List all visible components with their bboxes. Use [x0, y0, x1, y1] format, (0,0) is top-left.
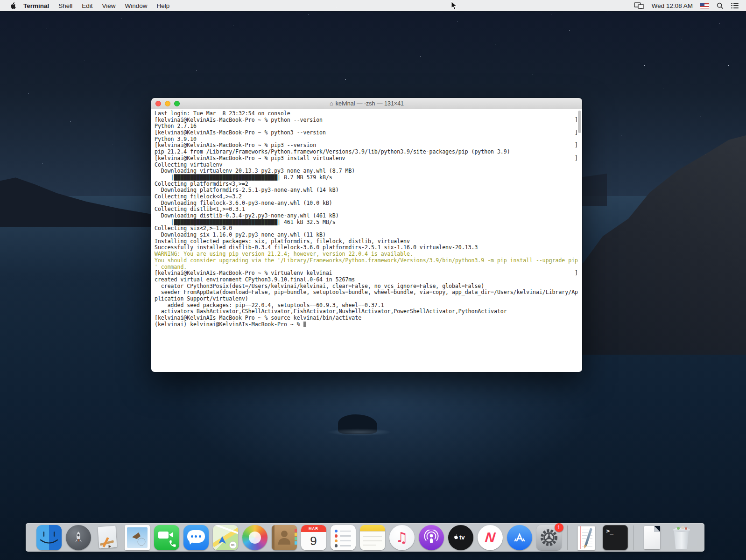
terminal-line: pip 21.2.4 from /Library/Frameworks/Pyth… [155, 149, 582, 155]
dock-item-document[interactable] [640, 525, 665, 550]
dock-item-music[interactable]: ♫ [389, 525, 415, 550]
scrollbar-thumb[interactable] [578, 111, 581, 133]
screen-mirroring-icon[interactable] [632, 2, 646, 9]
window-title-group: ⌂ kelvinai — -zsh — 131×41 [330, 100, 404, 107]
terminal-line: added seed packages: pip==22.0.4, setupt… [155, 302, 582, 309]
dock-item-messages[interactable] [183, 525, 209, 550]
appstore-icon [507, 525, 532, 550]
menu-item-shell[interactable]: Shell [54, 2, 77, 9]
trash-icon [669, 525, 694, 550]
menu-item-help[interactable]: Help [152, 2, 175, 9]
terminal-line: Collecting filelock<4,>=3.2 [155, 194, 582, 200]
dock-item-trash[interactable] [669, 525, 694, 550]
dock-item-syspref[interactable]: 1 [536, 525, 562, 550]
dock-item-maps[interactable]: 3D [213, 525, 238, 550]
minimize-button[interactable] [165, 101, 170, 106]
terminal-line: Python 3.9.10 [155, 136, 582, 143]
dock-item-terminal[interactable]: >_ [603, 525, 628, 550]
generic-app-icon [95, 525, 120, 550]
notification-badge: 1 [555, 523, 563, 532]
document-icon [640, 525, 665, 550]
wallpaper-foam [327, 428, 392, 436]
dock-item-notes[interactable] [360, 525, 385, 550]
terminal-line: Collecting virtualenv [155, 162, 582, 168]
dock-item-photos[interactable] [242, 525, 267, 550]
dock-item-reminders[interactable] [331, 525, 356, 550]
dock-item-appletv[interactable]: tv [448, 525, 473, 550]
terminal-titlebar[interactable]: ⌂ kelvinai — -zsh — 131×41 [151, 98, 582, 109]
svg-text:tv: tv [459, 534, 465, 541]
close-button[interactable] [155, 101, 161, 106]
terminal-line: |████████████████████████████████| 8.7 M… [155, 175, 582, 181]
dock-item-generic-app[interactable] [95, 525, 120, 550]
dock-item-textedit[interactable] [573, 525, 598, 550]
menu-app-name[interactable]: Terminal [19, 2, 54, 9]
music-icon: ♫ [389, 525, 415, 550]
dock-item-podcasts[interactable] [419, 525, 444, 550]
window-controls [155, 98, 180, 109]
dock-divider [567, 525, 568, 550]
finder-icon [36, 525, 62, 550]
dock-item-finder[interactable] [36, 525, 62, 550]
window-title: kelvinai — -zsh — 131×41 [336, 100, 404, 107]
menu-bar-left: Terminal ShellEditViewWindowHelp [0, 2, 174, 9]
terminal-line: Downloading distlib-0.3.4-py2.py3-none-a… [155, 213, 582, 219]
mail-icon [125, 525, 150, 550]
dock-item-appstore[interactable] [507, 525, 532, 550]
terminal-cursor [303, 322, 307, 327]
facetime-icon [154, 525, 179, 550]
terminal-line: activators BashActivator,CShellActivator… [155, 308, 582, 315]
menu-clock[interactable]: Wed 12:08 AM [650, 2, 695, 9]
dock-item-mail[interactable] [125, 525, 150, 550]
menu-item-edit[interactable]: Edit [77, 2, 97, 9]
messages-icon [183, 525, 209, 550]
menu-item-view[interactable]: View [98, 2, 120, 9]
dock-item-calendar[interactable]: MAR 9 [301, 525, 326, 550]
contacts-icon [272, 525, 297, 550]
terminal-icon: >_ [603, 525, 628, 550]
menu-items: ShellEditViewWindowHelp [54, 2, 174, 9]
terminal-line: Installing collected packages: six, plat… [155, 238, 582, 245]
menu-item-window[interactable]: Window [120, 2, 152, 9]
launchpad-icon [66, 525, 91, 550]
terminal-line: Collecting six<2,>=1.9.0 [155, 225, 582, 232]
terminal-line: seeder FromAppData(download=False, pip=b… [155, 289, 582, 296]
terminal-line: Downloading platformdirs-2.5.1-py3-none-… [155, 187, 582, 194]
menu-bar: Terminal ShellEditViewWindowHelp Wed 12:… [0, 0, 746, 11]
notification-list-icon[interactable] [729, 3, 740, 9]
appletv-icon: tv [448, 525, 473, 550]
apple-menu-icon[interactable] [7, 2, 19, 9]
menu-bar-status: Wed 12:08 AM [632, 2, 746, 9]
terminal-line: Last login: Tue Mar 8 23:32:54 on consol… [155, 111, 582, 117]
dock-item-launchpad[interactable] [66, 525, 91, 550]
home-folder-icon: ⌂ [330, 100, 333, 106]
photos-icon [242, 525, 267, 550]
textedit-icon [573, 525, 598, 550]
podcasts-icon [419, 525, 444, 550]
terminal-output[interactable]: Last login: Tue Mar 8 23:32:54 on consol… [151, 109, 582, 372]
terminal-line: [kelvinai@KelvinAIs-MacBook-Pro ~ % sour… [155, 315, 582, 322]
dock-item-contacts[interactable] [272, 525, 297, 550]
terminal-line: Downloading six-1.16.0-py2.py3-none-any.… [155, 232, 582, 238]
terminal-line: Downloading virtualenv-20.13.3-py2.py3-n… [155, 168, 582, 175]
dock-divider [633, 525, 634, 550]
spotlight-search-icon[interactable] [715, 2, 725, 9]
terminal-line: (kelvinai) kelvinai@KelvinAIs-MacBook-Pr… [155, 322, 582, 328]
dock-item-facetime[interactable] [154, 525, 179, 550]
news-icon: N [478, 525, 503, 550]
input-source-flag-icon[interactable] [698, 3, 711, 8]
terminal-line: You should consider upgrading via the '/… [155, 258, 582, 264]
terminal-line: WARNING: You are using pip version 21.2.… [155, 251, 582, 258]
zoom-button[interactable] [174, 101, 180, 106]
terminal-line: [kelvinai@KelvinAIs-MacBook-Pro ~ % pip3… [155, 142, 582, 149]
dock: 3D MAR 9 ♫ tv N [26, 523, 704, 552]
terminal-window: ⌂ kelvinai — -zsh — 131×41 Last login: T… [151, 98, 582, 372]
terminal-line: Downloading filelock-3.6.0-py3-none-any.… [155, 200, 582, 207]
terminal-line: |████████████████████████████████| 461 k… [155, 219, 582, 226]
maps-icon: 3D [213, 525, 238, 550]
dock-item-news[interactable]: N [478, 525, 503, 550]
terminal-line: [kelvinai@KelvinAIs-MacBook-Pro ~ % virt… [155, 270, 582, 277]
terminal-line: ' command. [155, 264, 582, 271]
terminal-line: plication Support/virtualenv) [155, 296, 582, 302]
terminal-line: Python 2.7.16 [155, 123, 582, 130]
